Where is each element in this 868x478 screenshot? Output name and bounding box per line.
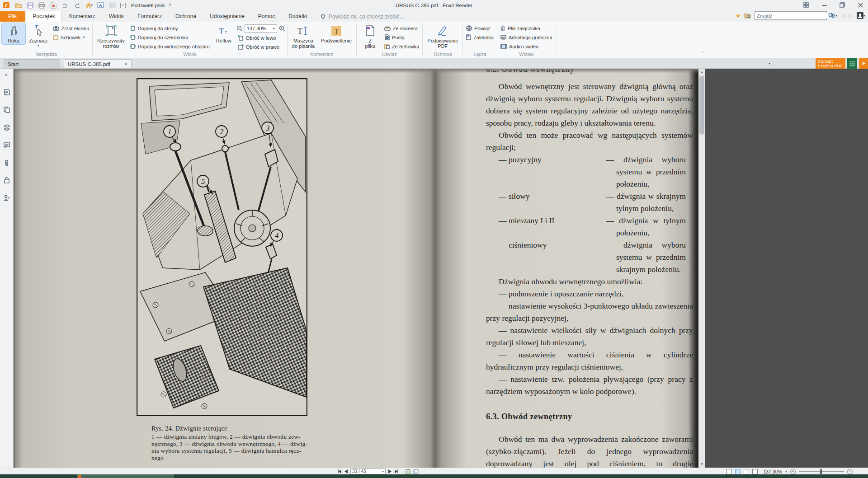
highlight-fields-checkbox[interactable]: ✓ xyxy=(120,3,126,8)
undo-icon[interactable] xyxy=(61,1,69,9)
bookmarks-panel-icon[interactable] xyxy=(3,88,11,96)
apps-grid-icon[interactable] xyxy=(800,1,812,9)
tab-start[interactable]: Start xyxy=(4,59,60,68)
next-page-icon[interactable] xyxy=(388,469,392,473)
single-page-view-icon[interactable] xyxy=(726,469,732,474)
redo-icon[interactable] xyxy=(73,1,81,9)
zoom-caret[interactable]: ▾ xyxy=(273,27,275,31)
file-attachment-button[interactable]: Plik załącznika xyxy=(499,24,554,32)
reflow-button[interactable]: Tт Reflow xyxy=(212,23,236,44)
zoom-slider[interactable] xyxy=(799,471,844,472)
fit-page-button[interactable]: Dopasuj do strony xyxy=(128,24,211,32)
zoom-combobox[interactable]: 137,30% ▾ xyxy=(245,24,277,33)
fit-visible-button[interactable]: Dopasuj do widocznego obszaru xyxy=(128,42,211,50)
settings-gear-icon[interactable]: ⚙▾ xyxy=(830,12,838,19)
facing-view-icon[interactable] xyxy=(744,469,749,474)
tab-formularz[interactable]: Formularz xyxy=(131,11,168,22)
blank-document-button[interactable]: ✱ Pusty xyxy=(383,33,421,41)
typewriter-button[interactable]: T Maszyna do pisania xyxy=(289,23,317,50)
tab-widok[interactable]: Widok xyxy=(103,11,130,22)
ribbon-collapse-chevron[interactable]: ⌃ xyxy=(701,51,704,56)
image-annotation-button[interactable]: Adnotacja graficzna xyxy=(499,33,554,41)
zoom-out-button[interactable]: − xyxy=(790,469,796,474)
tab-pomoc[interactable]: Pomoc xyxy=(252,11,281,22)
find-input-box[interactable] xyxy=(755,11,827,20)
tab-close-icon[interactable]: × xyxy=(124,61,127,67)
vertical-scrollbar[interactable]: ▲ ▼ xyxy=(698,69,705,468)
select-caret[interactable]: ▾ xyxy=(38,43,39,47)
collapse-panel-arrow-icon[interactable]: ➤ xyxy=(859,58,868,69)
zoom-slider-knob[interactable] xyxy=(820,469,822,474)
first-page-icon[interactable] xyxy=(337,469,341,473)
attachments-panel-icon[interactable] xyxy=(3,159,11,167)
security-panel-icon[interactable] xyxy=(3,176,11,184)
comments-panel-icon[interactable] xyxy=(3,141,11,149)
tab-udostepnianie[interactable]: Udostępnianie xyxy=(203,11,251,22)
zoom-in-button[interactable]: + xyxy=(847,469,853,474)
previous-page-icon[interactable] xyxy=(344,469,348,473)
signatures-panel-icon[interactable] xyxy=(3,194,11,202)
continuous-facing-view-icon[interactable] xyxy=(752,469,758,474)
convert-excel-button[interactable]: Convert Excel to PDF xyxy=(816,58,845,69)
tab-list-caret[interactable]: ▾ xyxy=(769,61,770,66)
screenshot-button[interactable]: Zrzut ekranu xyxy=(52,24,91,32)
hand-button[interactable]: Ręka xyxy=(2,23,25,44)
zoom-in-icon[interactable] xyxy=(279,25,285,32)
tab-document[interactable]: URSUS C-385.pdf × xyxy=(64,59,132,68)
tell-me-box[interactable]: Powiedz mi, co chcesz zrobić... xyxy=(321,14,404,22)
favorites-heart-icon[interactable]: ♥ xyxy=(736,12,740,19)
excel-icon[interactable] xyxy=(847,58,857,69)
history-back-icon[interactable]: ◁ xyxy=(841,13,845,19)
snapshot-clipboard-icon[interactable] xyxy=(406,469,410,474)
hand-tool-icon[interactable]: ▾ xyxy=(85,1,93,9)
document-canvas[interactable]: 1 2 3 5 xyxy=(14,69,868,468)
status-zoom-caret[interactable]: ▾ xyxy=(785,469,787,473)
audio-video-button[interactable]: Audio i wideo xyxy=(499,42,554,50)
page-number-field[interactable]: 33 / 45 ▾ xyxy=(350,469,386,474)
from-clipboard-button[interactable]: Ze Schowka xyxy=(383,42,421,50)
taskbar-app-segment[interactable] xyxy=(77,474,174,478)
zoom-out-icon[interactable] xyxy=(236,25,243,32)
print-icon[interactable] xyxy=(38,1,46,9)
account-avatar-icon[interactable]: ▾ xyxy=(857,12,865,19)
scroll-up-arrow[interactable]: ▲ xyxy=(698,69,705,75)
scroll-down-arrow[interactable]: ▼ xyxy=(698,461,705,468)
layers-panel-icon[interactable] xyxy=(3,123,11,131)
pages-panel-icon[interactable] xyxy=(3,106,11,114)
close-button[interactable] xyxy=(854,1,866,9)
fit-width-button[interactable]: Dopasuj do szerokości xyxy=(128,33,211,41)
minimize-button[interactable] xyxy=(818,1,830,9)
rotate-left-button[interactable]: Obróć w lewo xyxy=(236,34,285,42)
create-pdf-icon[interactable]: ✱ xyxy=(50,1,57,9)
from-file-button[interactable]: Z pliku xyxy=(359,23,382,50)
rotate-right-button[interactable]: Obróć w prawo xyxy=(236,43,285,51)
clipboard-button[interactable]: Schowek ▾ xyxy=(52,33,91,41)
hand-tool-caret[interactable]: ▾ xyxy=(91,3,93,7)
highlight-button[interactable]: T Podświetlenie xyxy=(318,23,354,44)
tab-plik[interactable]: Plik xyxy=(0,11,25,22)
bookmark-button[interactable]: Zakładka xyxy=(465,33,495,41)
open-file-icon[interactable] xyxy=(14,1,22,9)
link-button[interactable]: Powiąż xyxy=(465,24,495,32)
last-page-icon[interactable] xyxy=(395,469,399,473)
actual-size-button[interactable]: Rzeczywisty rozmiar xyxy=(94,23,127,50)
foxit-logo-icon[interactable] xyxy=(3,1,10,9)
tab-poczatek[interactable]: Początek xyxy=(26,11,61,22)
scrollbar-thumb[interactable] xyxy=(699,76,704,135)
windows-taskbar-sliver[interactable] xyxy=(0,474,868,478)
tab-ochrona[interactable]: Ochrona xyxy=(169,11,203,22)
page-field-caret[interactable]: ▾ xyxy=(382,469,384,473)
save-icon[interactable] xyxy=(26,1,34,9)
restore-button[interactable] xyxy=(836,1,848,9)
expand-panel-chevron-icon[interactable]: ▸ xyxy=(3,70,11,79)
search-folder-icon[interactable] xyxy=(744,13,751,19)
tab-komentarz[interactable]: Komentarz xyxy=(63,11,102,22)
clipboard-caret[interactable]: ▾ xyxy=(83,35,85,39)
sign-pdf-button[interactable]: Podpisywanie PDF xyxy=(425,23,461,50)
qat-overflow-caret[interactable]: ₹ xyxy=(169,3,171,7)
from-scanner-button[interactable]: Ze skanera xyxy=(383,24,421,32)
find-input[interactable] xyxy=(755,13,828,19)
textbox-annotation-icon[interactable]: A xyxy=(97,1,104,9)
continuous-view-icon[interactable] xyxy=(735,469,741,474)
tab-dodatki[interactable]: Dodatki xyxy=(282,11,313,22)
